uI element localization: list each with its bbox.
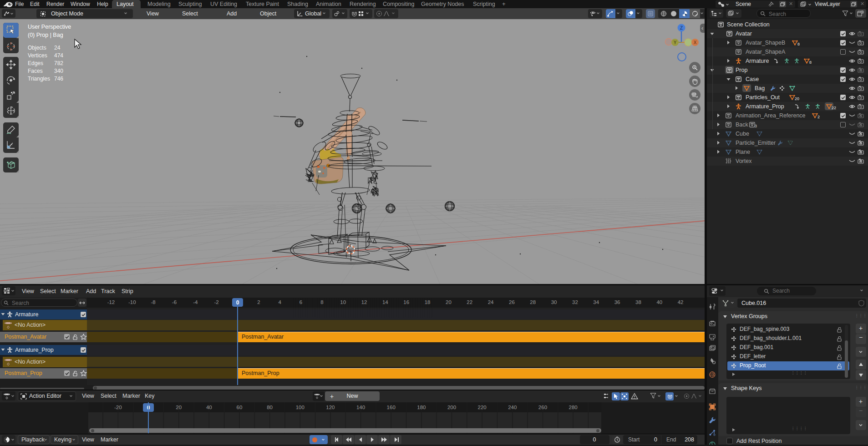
svg-text:Y: Y (674, 40, 677, 45)
svg-text:X: X (694, 40, 697, 45)
svg-text:Z: Z (680, 25, 683, 30)
